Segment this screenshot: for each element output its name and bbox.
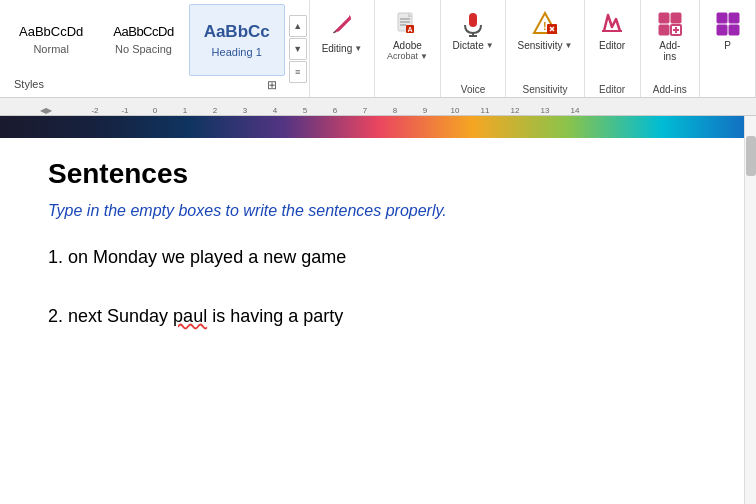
- sensitivity-group: ! Sensitivity ▼ Sensitivity: [506, 0, 584, 97]
- sentence-2-text-part1: next Sunday: [68, 306, 173, 326]
- image-banner: [0, 116, 756, 138]
- dictate-label: Dictate: [453, 40, 484, 51]
- ruler-mark-3: 3: [230, 106, 260, 115]
- voice-group: Dictate ▼ Voice: [441, 0, 507, 97]
- sensitivity-group-label: Sensitivity: [523, 80, 568, 95]
- adobe-acrobat-button[interactable]: A Adobe Acrobat ▼: [380, 6, 435, 66]
- svg-rect-19: [729, 13, 739, 23]
- p-label: P: [724, 40, 731, 51]
- adobe-group: A Adobe Acrobat ▼: [375, 0, 441, 97]
- styles-scroll: ▲ ▼ ≡: [287, 13, 309, 85]
- editing-arrow: ▼: [354, 44, 362, 53]
- sentence-2-number: 2.: [48, 306, 63, 326]
- editor-group-items: Editor: [590, 6, 634, 80]
- ruler-mark-4: 4: [260, 106, 290, 115]
- editing-button[interactable]: Editing ▼: [315, 6, 370, 59]
- styles-more[interactable]: ≡: [289, 61, 307, 83]
- editing-group-items: Editing ▼: [315, 6, 370, 95]
- document-content[interactable]: Sentences Type in the empty boxes to wri…: [0, 138, 756, 504]
- addins-group-label: Add-ins: [653, 80, 687, 95]
- sensitivity-label: Sensitivity: [518, 40, 563, 51]
- addins-label: Add-ins: [655, 40, 685, 62]
- editing-icon: [329, 11, 355, 43]
- sentence-2-paul: paul: [173, 306, 207, 326]
- ruler-mark-n2: -2: [80, 106, 110, 115]
- adobe-arrow: ▼: [420, 52, 428, 61]
- ruler-mark-0: 0: [140, 106, 170, 115]
- svg-text:!: !: [543, 20, 547, 32]
- addins-group: Add-ins Add-ins: [641, 0, 700, 97]
- svg-rect-3: [469, 13, 477, 27]
- ruler-mark-5: 5: [290, 106, 320, 115]
- ruler-mark-6: 6: [320, 106, 350, 115]
- voice-label: Voice: [461, 80, 485, 95]
- ruler-mark-12: 12: [500, 106, 530, 115]
- scrollbar-thumb[interactable]: [746, 136, 756, 176]
- p-group-items: P: [706, 6, 750, 95]
- main-area: Sentences Type in the empty boxes to wri…: [0, 116, 756, 504]
- ruler-mark-7: 7: [350, 106, 380, 115]
- sensitivity-label-row: Sensitivity ▼: [518, 40, 573, 51]
- editor-group-label: Editor: [599, 80, 625, 95]
- ruler: ◀▶ -2 -1 0 1 2 3 4 5 6 7 8 9 10 11 12 13…: [0, 98, 756, 116]
- scrollbar[interactable]: [744, 116, 756, 504]
- svg-rect-21: [729, 25, 739, 35]
- addins-group-items: Add-ins: [648, 6, 692, 80]
- svg-rect-14: [659, 25, 669, 35]
- editor-icon: [599, 11, 625, 40]
- styles-scroll-up[interactable]: ▲: [289, 15, 307, 37]
- ruler-mark-11: 11: [470, 106, 500, 115]
- svg-rect-13: [671, 13, 681, 23]
- ruler-inner: ◀▶ -2 -1 0 1 2 3 4 5 6 7 8 9 10 11 12 13…: [0, 98, 756, 115]
- dictate-arrow: ▼: [486, 41, 494, 50]
- addins-button[interactable]: Add-ins: [648, 6, 692, 67]
- editing-label: Editing: [322, 43, 353, 54]
- ruler-mark-10: 10: [440, 106, 470, 115]
- styles-scroll-down[interactable]: ▼: [289, 38, 307, 60]
- style-normal-label: Normal: [33, 43, 68, 55]
- editing-group: Editing ▼: [310, 0, 375, 97]
- sentence-1-number: 1.: [48, 247, 63, 267]
- svg-rect-18: [717, 13, 727, 23]
- dictate-icon: [460, 11, 486, 40]
- styles-container: AaBbCcDd Normal AaBbCcDd No Spacing AaBb…: [4, 4, 285, 94]
- sensitivity-button[interactable]: ! Sensitivity ▼: [511, 6, 580, 56]
- styles-dialog-icon[interactable]: ⊞: [263, 78, 281, 92]
- sentence-2-text-part2: is having a party: [207, 306, 343, 326]
- sentence-1: 1. on Monday we played a new game: [48, 244, 708, 271]
- style-normal-preview: AaBbCcDd: [19, 24, 83, 39]
- dictate-label-row: Dictate ▼: [453, 40, 494, 51]
- sensitivity-group-items: ! Sensitivity ▼: [511, 6, 580, 80]
- adobe-icon: A: [394, 11, 420, 40]
- style-heading1[interactable]: AaBbCc Heading 1: [189, 4, 285, 76]
- svg-rect-12: [659, 13, 669, 23]
- adobe-label: Adobe: [393, 40, 422, 51]
- ribbon: AaBbCcDd Normal AaBbCcDd No Spacing AaBb…: [0, 0, 756, 98]
- sentence-1-text: on Monday we played a new game: [68, 247, 346, 267]
- svg-rect-20: [717, 25, 727, 35]
- adobe-group-items: A Adobe Acrobat ▼: [380, 6, 435, 95]
- p-button[interactable]: P: [706, 6, 750, 56]
- styles-group-label: Styles: [8, 76, 50, 94]
- ruler-marks: ◀▶ -2 -1 0 1 2 3 4 5 6 7 8 9 10 11 12 13…: [40, 98, 590, 115]
- style-normal[interactable]: AaBbCcDd Normal: [4, 4, 98, 76]
- p-icon: [715, 11, 741, 40]
- adobe-sublabel-row: Acrobat ▼: [387, 51, 428, 61]
- style-nospacing[interactable]: AaBbCcDd No Spacing: [98, 4, 188, 76]
- editor-label: Editor: [599, 40, 625, 51]
- sentence-2: 2. next Sunday paul is having a party: [48, 303, 708, 330]
- voice-group-items: Dictate ▼: [446, 6, 501, 80]
- ruler-mark-14: 14: [560, 106, 590, 115]
- editing-label-row: Editing ▼: [322, 43, 363, 54]
- ruler-indicator: ◀▶: [40, 106, 52, 115]
- sensitivity-arrow: ▼: [565, 41, 573, 50]
- dictate-button[interactable]: Dictate ▼: [446, 6, 501, 56]
- ruler-mark-2: 2: [200, 106, 230, 115]
- ruler-mark-9: 9: [410, 106, 440, 115]
- style-heading1-label: Heading 1: [212, 46, 262, 58]
- p-group: P: [700, 0, 756, 97]
- adobe-label-row: Adobe: [393, 40, 422, 51]
- editor-button[interactable]: Editor: [590, 6, 634, 56]
- document-title: Sentences: [48, 158, 708, 190]
- ruler-mark-1: 1: [170, 106, 200, 115]
